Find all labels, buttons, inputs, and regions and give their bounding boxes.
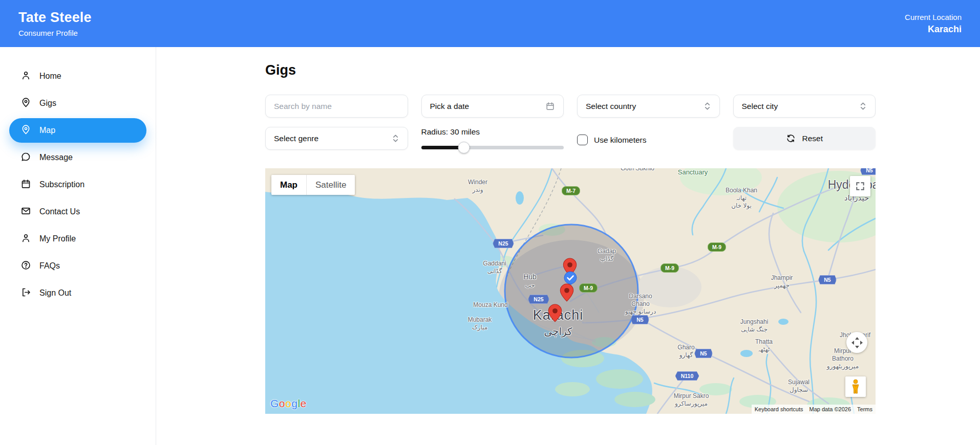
search-input[interactable] — [274, 102, 399, 111]
chevron-up-down-icon — [859, 102, 867, 110]
map-label: Jhampirجھمپر — [771, 274, 793, 290]
genre-select[interactable]: Select genre — [265, 127, 408, 150]
sidebar-item-label: Gigs — [39, 99, 56, 108]
app-header: Tate Steele Consumer Profile Current Loc… — [0, 0, 980, 47]
road-shield-m-7: M-7 — [562, 186, 580, 195]
map-attribution: Keyboard shortcuts Map data ©2026 Terms — [752, 405, 876, 414]
pan-control[interactable] — [846, 332, 867, 353]
search-input-wrap — [265, 95, 408, 118]
sidebar-item-sign-out[interactable]: Sign Out — [9, 281, 146, 305]
sidebar-item-faqs[interactable]: FAQs — [9, 254, 146, 278]
mail-icon — [20, 206, 31, 218]
sidebar: Home Gigs Map Message Subscription Conta… — [0, 47, 156, 445]
satellite-view-button[interactable]: Satellite — [307, 175, 355, 195]
keyboard-shortcuts-link[interactable]: Keyboard shortcuts — [752, 405, 806, 414]
map-label: Boola Khanتھانہبولا خان — [726, 187, 757, 210]
map-canvas[interactable]: WinderوندرGoth SukhioSanctuaryBoola Khan… — [265, 168, 876, 414]
map-pin-icon — [20, 124, 31, 137]
road-shield-n5: N5 — [818, 275, 836, 284]
sidebar-item-label: Contact Us — [39, 207, 80, 216]
chevron-up-down-icon — [704, 102, 711, 110]
road-shield-n5: N5 — [860, 168, 876, 175]
map-label: Gharoگھارو — [677, 344, 694, 359]
sidebar-item-label: Sign Out — [39, 288, 71, 298]
red-map-marker[interactable] — [548, 304, 562, 324]
sidebar-item-subscription[interactable]: Subscription — [9, 172, 146, 197]
pan-arrows-icon — [850, 336, 864, 349]
red-map-marker[interactable] — [560, 283, 574, 304]
sidebar-item-map[interactable]: Map — [9, 118, 146, 143]
city-select[interactable]: Select city — [733, 95, 876, 118]
current-location-label: Current Location — [905, 13, 962, 21]
sidebar-item-label: Map — [39, 126, 55, 135]
refresh-icon — [786, 134, 796, 143]
user-icon — [20, 233, 31, 246]
sign-out-icon — [20, 287, 31, 300]
sidebar-item-gigs[interactable]: Gigs — [9, 91, 146, 116]
map-label: Sanctuary — [678, 168, 708, 176]
map-label: Mubarakمبارک — [468, 316, 492, 331]
sidebar-item-contact-us[interactable]: Contact Us — [9, 199, 146, 224]
radius-slider[interactable] — [421, 142, 564, 153]
pegman-icon — [850, 379, 861, 394]
map-type-control: Map Satellite — [271, 175, 355, 195]
map-label: Goth Sukhio — [621, 168, 654, 172]
map-label: Hubحب — [523, 273, 537, 290]
terms-link[interactable]: Terms — [854, 405, 876, 414]
chevron-up-down-icon — [392, 134, 399, 143]
road-shield-m-9: M-9 — [708, 242, 726, 252]
sidebar-item-label: Message — [39, 153, 73, 162]
road-shield-n25: N25 — [528, 295, 549, 304]
map-view-button[interactable]: Map — [271, 175, 306, 195]
calendar-icon — [20, 179, 31, 191]
date-picker-label: Pick a date — [430, 102, 470, 111]
road-shield-n5: N5 — [631, 315, 649, 324]
road-shield-m-9: M-9 — [579, 283, 598, 293]
city-select-value: Select city — [742, 102, 778, 111]
map-label: Gaddaniگڈانی — [483, 260, 506, 275]
date-picker-button[interactable]: Pick a date — [421, 95, 564, 118]
map-label: Sujawalسجاول — [788, 379, 809, 394]
map-label: Winderوندر — [468, 179, 487, 194]
sidebar-item-home[interactable]: Home — [9, 64, 146, 88]
road-shield-n110: N110 — [675, 371, 699, 381]
google-logo: Google — [270, 397, 307, 410]
radius-slider-thumb[interactable] — [458, 142, 470, 153]
fullscreen-icon — [855, 181, 865, 191]
map-label: Thattaٹھٹھہ — [755, 338, 773, 353]
genre-select-value: Select genre — [274, 134, 318, 143]
reset-button-label: Reset — [802, 134, 823, 143]
sidebar-item-my-profile[interactable]: My Profile — [9, 227, 146, 251]
sidebar-item-label: My Profile — [39, 234, 76, 243]
road-shield-n25: N25 — [493, 239, 514, 248]
user-icon — [20, 70, 31, 83]
sidebar-item-message[interactable]: Message — [9, 145, 146, 170]
use-kilometers-checkbox[interactable] — [577, 135, 588, 145]
map-label: Mirpur Sakroمیرپورساکرو — [674, 392, 709, 408]
radius-slider-fill — [421, 146, 464, 149]
map-label: Gadapگڈاپ — [598, 248, 616, 263]
user-name: Tate Steele — [18, 10, 92, 26]
sidebar-item-label: Home — [39, 72, 61, 81]
street-view-pegman-button[interactable] — [845, 376, 866, 397]
radius-label: Radius: 30 miles — [421, 127, 564, 137]
page-title: Gigs — [265, 62, 876, 78]
help-icon — [20, 260, 31, 273]
map-pin-icon — [20, 97, 31, 110]
reset-button[interactable]: Reset — [733, 127, 876, 150]
chat-icon — [20, 151, 31, 164]
sidebar-item-label: Subscription — [39, 180, 84, 189]
road-shield-n5: N5 — [694, 349, 712, 358]
fullscreen-button[interactable] — [850, 176, 870, 196]
country-select-value: Select country — [586, 102, 636, 111]
road-shield-m-9: M-9 — [661, 263, 679, 273]
map-data-label: Map data ©2026 — [806, 405, 855, 414]
sidebar-item-label: FAQs — [39, 261, 60, 271]
use-kilometers-label: Use kilometers — [594, 136, 647, 145]
current-location-value: Karachi — [905, 24, 962, 35]
country-select[interactable]: Select country — [577, 95, 720, 118]
map-label: Mouza Kund — [473, 301, 507, 309]
map-label: DarsanoChanoدرسانو جھنو — [625, 293, 656, 316]
filters: Pick a date Select country Select city S — [265, 95, 876, 153]
map-label: Jungshahiجنگ شاہی — [740, 318, 769, 333]
